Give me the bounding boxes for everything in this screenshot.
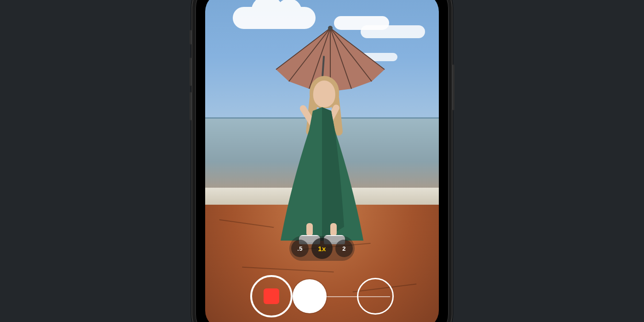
mute-switch[interactable] xyxy=(190,30,191,45)
capture-controls xyxy=(205,264,439,322)
page-background: .5 1x 2 xyxy=(0,0,644,322)
leg xyxy=(306,223,313,236)
side-button[interactable] xyxy=(453,64,454,110)
zoom-ultrawide-button[interactable]: .5 xyxy=(291,240,309,257)
phone-bezel: .5 1x 2 xyxy=(195,0,449,322)
subject-person xyxy=(267,47,377,241)
svg-point-8 xyxy=(328,26,333,30)
head xyxy=(313,80,335,107)
zoom-selector: .5 1x 2 xyxy=(289,236,355,261)
zoom-tele-button[interactable]: 2 xyxy=(335,240,353,257)
stop-icon xyxy=(264,288,279,304)
volume-down-button[interactable] xyxy=(190,92,191,121)
screen: .5 1x 2 xyxy=(205,0,439,322)
leg xyxy=(330,223,337,236)
dress xyxy=(271,107,373,245)
volume-up-button[interactable] xyxy=(190,58,191,86)
lock-recording-ring[interactable] xyxy=(357,278,394,315)
shutter-button[interactable] xyxy=(293,279,327,313)
phone-frame: .5 1x 2 xyxy=(191,0,453,322)
record-button[interactable] xyxy=(250,275,293,317)
zoom-wide-button[interactable]: 1x xyxy=(311,238,333,259)
